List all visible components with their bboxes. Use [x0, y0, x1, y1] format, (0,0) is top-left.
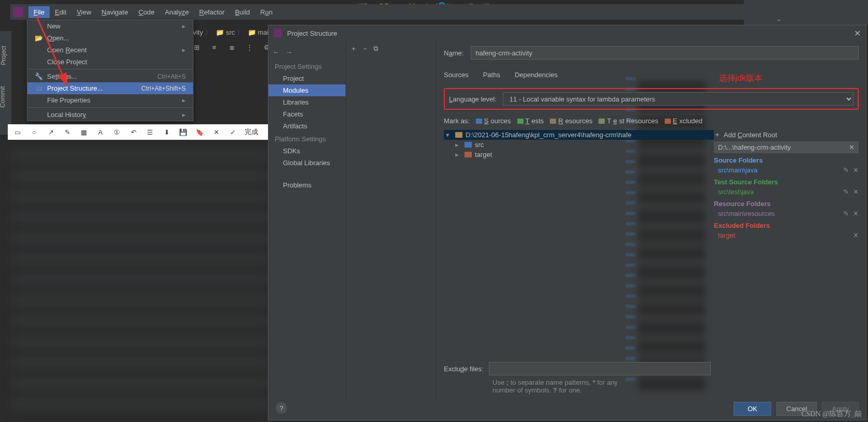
watermark: CSDN @陈百万_囍 [801, 410, 862, 419]
tool-pin-icon[interactable]: 🔖 [195, 127, 204, 137]
tab-paths[interactable]: Paths [483, 69, 500, 81]
menu-analyze[interactable]: Analyze [160, 6, 194, 18]
tab-project[interactable]: Project [0, 46, 7, 65]
cat-facets[interactable]: Facets [268, 108, 346, 120]
menu-file[interactable]: File [28, 6, 50, 18]
module-name-input[interactable] [471, 46, 859, 60]
resource-folder-entry: src\main\resources✎✕ [714, 209, 859, 219]
mark-test-resources[interactable]: Test Resources [598, 117, 658, 125]
breadcrumb: ivity〉 📁 src〉 📁 main [191, 28, 272, 37]
cat-project[interactable]: Project [268, 72, 346, 84]
menu-run[interactable]: Run [255, 6, 278, 18]
tool-close-icon[interactable]: ✕ [212, 127, 221, 137]
tab-sources[interactable]: Sources [444, 69, 469, 81]
cat-modules[interactable]: Modules [268, 84, 346, 96]
annotation-toolbar: ▭ ○ ↗ ✎ ▦ A ① ↶ ☰ ⬇ 💾 🔖 ✕ ✓ 完成 [8, 124, 269, 140]
tree-target[interactable]: ▸target [444, 150, 714, 159]
menu-view[interactable]: View [71, 6, 96, 18]
source-tree[interactable]: ▾D:\2021-06-15hafeng\kpl_crm_server4\haf… [444, 128, 714, 240]
menu-item-project-structure[interactable]: 🗂Project Structure...Ctrl+Alt+Shift+S [27, 82, 193, 94]
tool-serial-icon[interactable]: ① [112, 127, 122, 137]
menu-item-new[interactable]: New▸ [27, 20, 193, 32]
menu-item-file-properties[interactable]: File Properties▸ [27, 94, 193, 106]
remove-root-icon[interactable]: ✕ [849, 143, 855, 151]
language-level-select[interactable]: 11 - Local variable syntax for lambda pa… [503, 92, 854, 106]
section-resource-folders: Resource Folders [714, 197, 859, 209]
back-icon[interactable]: ← [273, 48, 279, 56]
mark-resources[interactable]: Resources [550, 117, 592, 125]
remove-icon[interactable]: − [363, 45, 367, 53]
menu-item-open-recent[interactable]: Open Recent▸ [27, 44, 193, 56]
tool-save-icon[interactable]: 💾 [178, 127, 188, 137]
tool-arrow-icon[interactable]: ↗ [46, 127, 55, 137]
mark-as-label: Mark as: [444, 117, 470, 125]
tb-icon[interactable]: ⋮ [244, 42, 255, 52]
cat-libraries[interactable]: Libraries [268, 96, 346, 108]
menu-item-settings[interactable]: 🔧Settings...Ctrl+Alt+S [27, 70, 193, 82]
menu-item-open[interactable]: 📂Open... [27, 32, 193, 44]
tree-src[interactable]: ▸src [444, 140, 714, 150]
dialog-logo-icon [274, 29, 282, 37]
tb-icon[interactable]: ≡ [209, 42, 219, 52]
source-folder-entry: src\main\java✎✕ [714, 165, 859, 175]
main-menu-bar: File Edit View Navigate Code Analyze Ref… [10, 4, 868, 20]
menu-item-local-history[interactable]: Local History▸ [27, 109, 193, 121]
tool-download-icon[interactable]: ⬇ [162, 127, 171, 137]
cat-artifacts[interactable]: Artifacts [268, 120, 346, 132]
ide-logo-icon [13, 7, 23, 17]
tool-pen-icon[interactable]: ✎ [63, 127, 72, 137]
section-test-source-folders: Test Source Folders [714, 175, 859, 187]
mark-sources[interactable]: Sources [476, 117, 511, 125]
annotation-text: 选择jdk版本 [719, 73, 762, 84]
tree-root[interactable]: ▾D:\2021-06-15hafeng\kpl_crm_server4\haf… [444, 130, 714, 140]
dialog-titlebar: Project Structure ✕ [268, 25, 866, 41]
mark-tests[interactable]: Tests [517, 117, 544, 125]
settings-categories: ← → Project Settings Project Modules Lib… [268, 41, 346, 399]
remove-icon[interactable]: ✕ [853, 166, 859, 174]
exclude-hint: Use ; to separate name patterns, * for a… [444, 375, 711, 394]
tool-check-icon[interactable]: ✓ [228, 127, 237, 137]
ok-button[interactable]: OK [734, 402, 771, 416]
language-level-label: Language level: [449, 95, 497, 103]
exclude-files-input[interactable] [489, 362, 711, 375]
exclude-files-section: Exclude files: Use ; to separate name pa… [444, 362, 711, 394]
mark-excluded[interactable]: Excluded [665, 117, 702, 125]
remove-icon[interactable]: ✕ [853, 231, 859, 239]
remove-icon[interactable]: ✕ [853, 210, 859, 217]
tool-done-label[interactable]: 完成 [245, 127, 258, 137]
menu-navigate[interactable]: Navigate [96, 6, 133, 18]
project-structure-dialog: Project Structure ✕ ← → Project Settings… [268, 25, 866, 420]
add-content-root[interactable]: Add Content Root [724, 131, 777, 139]
add-icon[interactable]: ＋ [350, 44, 357, 53]
tool-circle-icon[interactable]: ○ [29, 127, 39, 137]
edit-icon[interactable]: ✎ [843, 210, 849, 217]
tool-mosaic-icon[interactable]: ▦ [79, 127, 88, 137]
content-roots-panel: ＋Add Content Root D:\...\hafeng-crm-acti… [714, 128, 859, 240]
tool-rect-icon[interactable]: ▭ [13, 127, 22, 137]
menu-build[interactable]: Build [230, 6, 255, 18]
menu-code[interactable]: Code [133, 6, 160, 18]
tool-undo-icon[interactable]: ↶ [129, 127, 138, 137]
help-icon[interactable]: ? [276, 402, 287, 414]
menu-edit[interactable]: Edit [50, 6, 71, 18]
cat-global-libs[interactable]: Global Libraries [268, 157, 346, 169]
forward-icon[interactable]: → [286, 48, 292, 56]
remove-icon[interactable]: ✕ [853, 188, 859, 196]
menu-item-close-project[interactable]: Close Project [27, 56, 193, 68]
edit-icon[interactable]: ✎ [843, 188, 849, 196]
add-content-root-icon[interactable]: ＋ [714, 130, 721, 139]
side-toolwindow-tabs: Project Commit [0, 31, 11, 135]
copy-icon[interactable]: ⧉ [373, 45, 378, 53]
tool-text-icon[interactable]: A [96, 127, 105, 137]
cat-problems[interactable]: Problems [268, 179, 346, 191]
menu-refactor[interactable]: Refactor [194, 6, 230, 18]
name-label: Name: [444, 49, 463, 57]
tab-commit[interactable]: Commit [0, 86, 6, 107]
tab-dependencies[interactable]: Dependencies [515, 69, 558, 81]
section-excluded-folders: Excluded Folders [714, 219, 859, 230]
edit-icon[interactable]: ✎ [843, 166, 849, 174]
tool-ocr-icon[interactable]: ☰ [145, 127, 155, 137]
cat-sdks[interactable]: SDKs [268, 145, 346, 157]
tb-icon[interactable]: ≣ [227, 42, 237, 52]
close-icon[interactable]: ✕ [854, 28, 861, 38]
